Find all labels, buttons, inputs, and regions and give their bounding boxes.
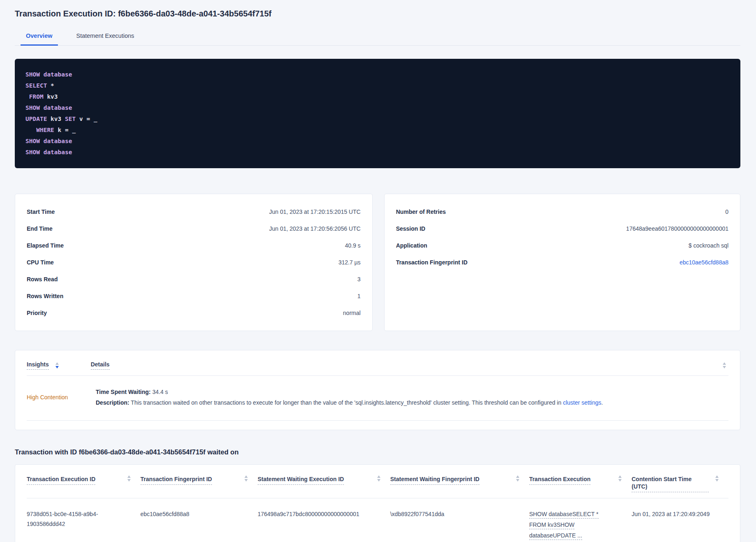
details-column-header[interactable]: Details	[91, 361, 110, 370]
sort-desc-icon	[55, 366, 59, 368]
summary-row-rows-read: Rows Read3	[27, 271, 361, 287]
summary-label: Start Time	[27, 208, 55, 215]
cluster-settings-link[interactable]: cluster settings	[563, 399, 601, 406]
transaction-execution-link-line[interactable]: SHOW databaseSELECT *	[529, 510, 599, 519]
summary-label: Session ID	[396, 225, 426, 232]
sql-keyword: SHOW database	[25, 149, 72, 155]
sql-keyword: SHOW database	[25, 104, 72, 111]
column-header-label[interactable]: Statement Waiting Fingerprint ID	[390, 475, 479, 485]
summary-value: 3	[357, 276, 361, 283]
summary-label: Rows Written	[27, 293, 63, 299]
insights-table-card: Insights Details High Contention Time Sp…	[15, 350, 740, 430]
sort-icon[interactable]	[244, 475, 248, 482]
summary-row-end-time: End TimeJun 01, 2023 at 17:20:56:2056 UT…	[27, 220, 361, 237]
column-header-contention-start-time-utc: Contention Start Time (UTC)	[632, 475, 728, 492]
sql-keyword: UPDATE	[25, 116, 47, 122]
summary-row-number-of-retries: Number of Retries0	[396, 203, 728, 220]
summary-label: Priority	[27, 310, 47, 316]
cell-statement-waiting-fingerprint-id: \xdb8922f077541dda	[390, 509, 529, 541]
cell-transaction-execution-id: 9738d051-bc0e-4158-a9b4-1903586ddd42	[27, 509, 141, 541]
session-summary-card: Number of Retries0Session ID17648a9eea60…	[384, 194, 740, 331]
sql-text: *	[47, 82, 54, 89]
sort-icon[interactable]	[723, 362, 726, 368]
summary-label: Rows Read	[27, 276, 58, 283]
sql-keyword: SHOW database	[25, 71, 72, 78]
tab-overview[interactable]: Overview	[21, 29, 58, 46]
cell-transaction-fingerprint-id: ebc10ae56cfd88a8	[141, 509, 258, 541]
sql-keyword: SHOW database	[25, 138, 72, 144]
divider	[27, 420, 728, 421]
column-header-label[interactable]: Transaction Execution	[529, 475, 590, 485]
summary-row-priority: Prioritynormal	[27, 304, 361, 321]
sort-icon[interactable]	[55, 362, 59, 368]
tab-statement-executions[interactable]: Statement Executions	[71, 29, 140, 46]
sort-asc-icon	[723, 362, 726, 365]
summary-value: Jun 01, 2023 at 17:20:56:2056 UTC	[269, 225, 361, 232]
summary-value: 17648a9eea6017800000000000000001	[626, 225, 728, 232]
sql-keyword: SET	[65, 116, 76, 122]
cell-transaction-execution: SHOW databaseSELECT *FROM kv3SHOWdatabas…	[529, 509, 632, 541]
time-spent-waiting-line: Time Spent Waiting: 34.4 s	[96, 387, 728, 397]
sql-text	[25, 93, 29, 100]
sql-statements-text: SHOW database SELECT * FROM kv3 SHOW dat…	[25, 69, 730, 158]
sort-desc-icon	[715, 479, 719, 482]
page-title: Transaction Execution ID: f6be6366-da03-…	[15, 8, 740, 19]
sort-asc-icon	[127, 475, 131, 478]
insight-details: Time Spent Waiting: 34.4 s Description: …	[96, 387, 728, 408]
column-header-statement-waiting-execution-id: Statement Waiting Execution ID	[258, 475, 390, 492]
summary-value: 312.7 µs	[339, 259, 361, 266]
insight-type-label: High Contention	[27, 394, 96, 401]
cell-statement-waiting-execution-id: 176498a9c717bdc80000000000000001	[258, 509, 390, 541]
sort-asc-icon	[516, 475, 519, 478]
summary-label: Transaction Fingerprint ID	[396, 259, 468, 266]
sort-desc-icon	[127, 479, 131, 482]
summary-label: Elapsed Time	[27, 242, 64, 249]
transaction-execution-link-line[interactable]: FROM kv3SHOW	[529, 521, 574, 529]
column-header-transaction-fingerprint-id: Transaction Fingerprint ID	[141, 475, 258, 492]
column-header-transaction-execution: Transaction Execution	[529, 475, 632, 492]
execution-summary-card: Start TimeJun 01, 2023 at 17:20:15:2015 …	[15, 194, 373, 331]
insights-column-header[interactable]: Insights	[27, 361, 49, 370]
summary-value: ebc10ae56cfd88a8	[680, 259, 728, 266]
summary-value: 40.9 s	[345, 242, 360, 249]
table-row: 9738d051-bc0e-4158-a9b4-1903586ddd42ebc1…	[27, 498, 728, 542]
sort-desc-icon	[516, 479, 519, 482]
transaction-details-page: Transaction Execution ID: f6be6366-da03-…	[0, 0, 756, 542]
sort-icon[interactable]	[715, 475, 719, 482]
sort-asc-icon	[618, 475, 622, 478]
sql-text: k = _	[54, 127, 76, 133]
sort-desc-icon	[723, 366, 726, 368]
summary-value: 0	[725, 208, 728, 215]
sort-asc-icon	[244, 475, 248, 478]
sort-icon[interactable]	[516, 475, 519, 482]
sort-icon[interactable]	[377, 475, 380, 482]
column-header-label[interactable]: Transaction Execution ID	[27, 475, 95, 485]
transaction-execution-link-line[interactable]: databaseUPDATE ...	[529, 532, 582, 540]
description-line: Description: This transaction waited on …	[96, 397, 728, 408]
column-header-label[interactable]: Contention Start Time (UTC)	[632, 475, 709, 492]
summary-value: Jun 01, 2023 at 17:20:15:2015 UTC	[269, 208, 361, 215]
sort-asc-icon	[377, 475, 380, 478]
sort-asc-icon	[55, 362, 59, 365]
summary-value: 1	[357, 293, 361, 299]
insight-row: High Contention Time Spent Waiting: 34.4…	[27, 376, 728, 420]
sort-icon[interactable]	[127, 475, 131, 482]
summary-row-application: Application$ cockroach sql	[396, 237, 728, 254]
sql-text: kv3	[44, 93, 58, 100]
summary-row-elapsed-time: Elapsed Time40.9 s	[27, 237, 361, 254]
summary-value: $ cockroach sql	[689, 242, 728, 249]
waited-on-heading: Transaction with ID f6be6366-da03-48de-a…	[15, 448, 740, 456]
column-header-label[interactable]: Statement Waiting Execution ID	[258, 475, 344, 485]
sql-keyword: FROM	[29, 93, 44, 100]
sort-asc-icon	[715, 475, 719, 478]
summary-row-session-id: Session ID17648a9eea60178000000000000000…	[396, 220, 728, 237]
column-header-label[interactable]: Transaction Fingerprint ID	[141, 475, 212, 485]
summary-cards-row: Start TimeJun 01, 2023 at 17:20:15:2015 …	[15, 194, 740, 331]
summary-label: End Time	[27, 225, 53, 232]
summary-row-transaction-fingerprint-id: Transaction Fingerprint IDebc10ae56cfd88…	[396, 254, 728, 271]
cell-contention-start-time: Jun 01, 2023 at 17:20:49:2049	[632, 509, 728, 541]
transaction-fingerprint-link[interactable]: ebc10ae56cfd88a8	[680, 259, 728, 266]
sort-icon[interactable]	[618, 475, 622, 482]
column-header-transaction-execution-id: Transaction Execution ID	[27, 475, 141, 492]
sql-text: kv3	[47, 116, 65, 122]
